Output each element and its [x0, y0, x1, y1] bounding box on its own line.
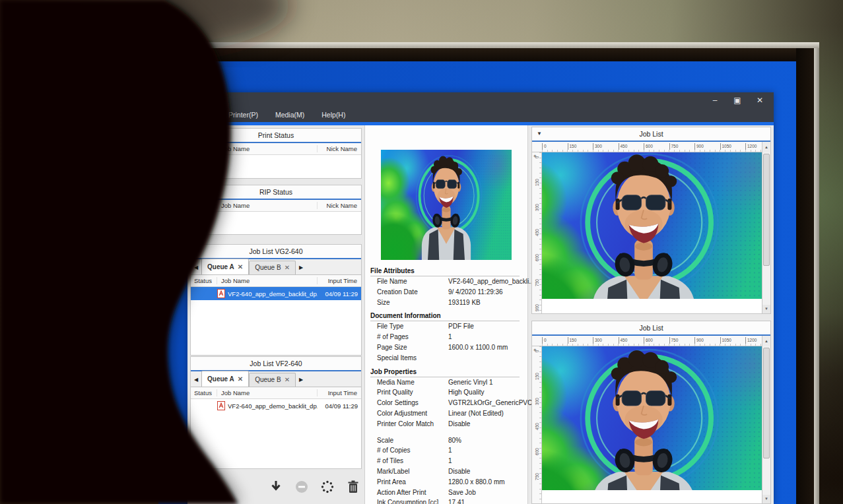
- queue-tabs: ◀ Queue A ✕ Queue B ✕ ▶: [191, 259, 361, 275]
- detail-row: Print Area1280.0 x 880.0 mm: [377, 478, 527, 489]
- tab-queue-b[interactable]: Queue B ✕: [249, 373, 296, 387]
- vertical-scrollbar[interactable]: ▼: [762, 152, 770, 313]
- queue-tabs: ◀ Queue A ✕ Queue B ✕ ▶: [191, 371, 361, 387]
- scroll-down-icon[interactable]: ▼: [762, 495, 770, 503]
- detail-row: Media NameGeneric Vinyl 1: [377, 379, 527, 389]
- job-list-vf2-title[interactable]: Job List VF2-640: [191, 357, 361, 370]
- scroll-up-icon[interactable]: ▲: [762, 142, 770, 152]
- job-list-preview-panel-1: ▼ Job List ▲ 015030045060075090010501200…: [531, 127, 771, 314]
- detail-row: # of Pages1: [377, 333, 527, 344]
- job-list-columns: Status Job Name Input Time: [191, 275, 361, 287]
- job-list-vg2-body: VF2-640_app_demo_backlit_dp... 04/09 11:…: [191, 287, 361, 355]
- detail-label: Ink Consumption [cc]: [377, 499, 438, 504]
- tab-queue-a[interactable]: Queue A ✕: [201, 371, 249, 387]
- col-job-name: Job Name: [217, 145, 318, 152]
- horizontal-ruler: ▲ 015030045060075090010501200: [532, 142, 770, 152]
- ruler-label: 600: [644, 337, 653, 344]
- tab-scroll-left-icon[interactable]: ◀: [191, 261, 201, 274]
- print-preview[interactable]: [542, 346, 762, 490]
- ruler-label: 450: [535, 229, 539, 237]
- detail-value: High Quality: [448, 389, 484, 396]
- preview-panel-title[interactable]: ▼ Job List: [532, 127, 770, 141]
- pdf-file-icon: [217, 401, 225, 410]
- detail-row: File NameVF2-640_app_demo_backli...: [377, 278, 527, 288]
- ruler-label: 750: [669, 337, 679, 344]
- print-status-panel: Print Status Status Job Name Nick Name: [190, 128, 362, 179]
- ruler-label: 600: [535, 448, 539, 456]
- monitor-right-edge: [814, 48, 819, 504]
- job-list-vf2-body: VF2-640_app_demo_backlit_dp... 04/09 11:…: [191, 399, 361, 468]
- ruler-label: 750: [535, 473, 539, 481]
- menu-help[interactable]: Help(H): [321, 111, 345, 119]
- rip-status-list[interactable]: [191, 212, 361, 234]
- scrollbar-thumb[interactable]: [763, 154, 770, 266]
- preview-panel-title[interactable]: Job List: [532, 321, 770, 334]
- download-icon[interactable]: [269, 479, 283, 495]
- vertical-scrollbar[interactable]: ▼: [762, 346, 770, 503]
- detail-row: # of Copies1: [377, 447, 527, 457]
- photo-scene: – ▣ ✕ Printer(P) Media(M) Help(H) Print …: [0, 0, 843, 504]
- maximize-icon[interactable]: ▣: [733, 96, 742, 104]
- pdf-file-icon: [217, 289, 225, 298]
- menu-printer[interactable]: Printer(P): [228, 111, 258, 119]
- tab-label: Queue A: [207, 261, 234, 274]
- minimize-icon[interactable]: –: [710, 96, 720, 104]
- tab-close-icon[interactable]: ✕: [238, 373, 243, 386]
- tab-scroll-left-icon[interactable]: ◀: [191, 373, 201, 387]
- job-row[interactable]: VF2-640_app_demo_backlit_dp... 04/09 11:…: [191, 399, 361, 412]
- processing-icon[interactable]: [320, 479, 335, 495]
- scrollbar-thumb[interactable]: [763, 348, 770, 458]
- content-area: Print Status Status Job Name Nick Name R…: [187, 125, 774, 504]
- tab-close-icon[interactable]: ✕: [285, 261, 290, 274]
- tab-scroll-right-icon[interactable]: ▶: [296, 261, 306, 274]
- ruler-label: 600: [535, 254, 539, 262]
- ruler-label: 300: [593, 143, 602, 150]
- print-status-list[interactable]: [191, 155, 361, 177]
- col-status: Status: [191, 202, 217, 209]
- job-list-vg2-title[interactable]: ▼ Job List VG2-640: [191, 245, 361, 258]
- menu-media[interactable]: Media(M): [275, 111, 304, 119]
- monitor-screen-desktop: – ▣ ✕ Printer(P) Media(M) Help(H) Print …: [158, 61, 796, 504]
- section-header: Job Properties: [370, 368, 520, 377]
- print-status-title: Print Status: [191, 129, 361, 142]
- job-toolbar: [269, 479, 360, 495]
- detail-value: 193119 KB: [448, 299, 481, 306]
- tab-close-icon[interactable]: ✕: [285, 373, 290, 387]
- close-icon[interactable]: ✕: [755, 96, 764, 104]
- detail-row: [377, 431, 527, 437]
- detail-row: Color SettingsVGTR2LkOrGr_GenericPVC...: [377, 399, 527, 410]
- job-list-preview-panel-2: Job List ▲ 015030045060075090010501200 ◈…: [531, 321, 771, 504]
- ruler-label: 300: [593, 337, 602, 344]
- ruler-label: 0: [535, 348, 539, 356]
- detail-row: Creation Date9/ 4/2020 11:29:36: [377, 288, 527, 299]
- tab-queue-b[interactable]: Queue B ✕: [249, 261, 296, 274]
- ruler-label: 150: [568, 337, 577, 344]
- tab-scroll-right-icon[interactable]: ▶: [296, 373, 306, 387]
- chevron-down-icon[interactable]: ▼: [537, 127, 542, 141]
- print-preview[interactable]: [542, 152, 762, 299]
- scroll-up-icon[interactable]: ▲: [762, 336, 770, 346]
- trash-icon[interactable]: [346, 479, 360, 495]
- detail-value: PDF File: [448, 323, 474, 330]
- detail-row: Special Items: [377, 354, 527, 365]
- job-name: VF2-640_app_demo_backlit_dp...: [228, 402, 318, 410]
- scroll-down-icon[interactable]: ▼: [762, 305, 770, 313]
- ruler-label: 150: [535, 179, 539, 187]
- detail-label: Print Area: [377, 478, 406, 486]
- job-list-columns: Status Job Name Input Time: [191, 387, 361, 399]
- detail-row: Scale80%: [377, 437, 527, 447]
- job-row-selected[interactable]: VF2-640_app_demo_backlit_dp... 04/09 11:…: [191, 287, 361, 300]
- job-details-column: File AttributesFile NameVF2-640_app_demo…: [364, 125, 528, 504]
- vertical-ruler: ◈ 0150300450600750: [532, 346, 542, 503]
- detail-value: Disable: [448, 420, 470, 427]
- detail-label: Action After Print: [377, 489, 426, 496]
- col-input-time: Input Time: [318, 389, 361, 396]
- ruler-label: 450: [619, 337, 628, 344]
- tab-queue-a[interactable]: Queue A ✕: [201, 259, 249, 274]
- detail-label: File Name: [377, 278, 407, 285]
- remove-icon[interactable]: [294, 479, 309, 495]
- window-titlebar[interactable]: – ▣ ✕: [187, 92, 774, 108]
- rip-status-panel: RIP Status Status Job Name Nick Name: [190, 185, 362, 235]
- tab-close-icon[interactable]: ✕: [238, 261, 243, 274]
- chevron-down-icon[interactable]: ▼: [195, 245, 201, 258]
